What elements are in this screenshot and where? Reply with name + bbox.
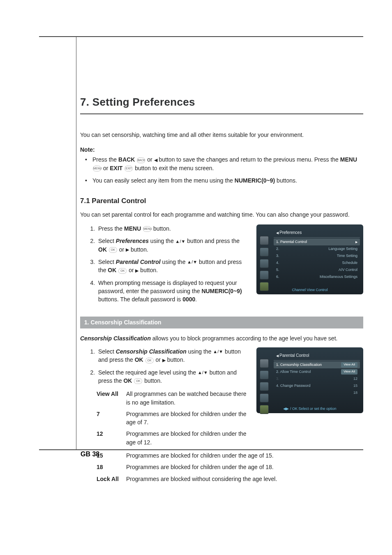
- text: buttons. The default password is: [98, 296, 182, 303]
- scr-menu-item: 5. A/V Control: [274, 266, 360, 273]
- text: Select the required age level using the: [98, 369, 198, 376]
- text: button.: [129, 246, 148, 253]
- cc-screenshot-col: Parental Control 1. Censorship Classific…: [256, 347, 363, 450]
- text: using the: [161, 259, 187, 265]
- scr-value: View All: [341, 362, 357, 368]
- term: View All: [97, 390, 126, 407]
- text: buttons.: [275, 177, 297, 184]
- scr-menu-item: 6. Miscellaneous Settings: [274, 273, 360, 280]
- text: Select: [98, 238, 116, 244]
- scr-item-label: Time Setting: [337, 253, 357, 259]
- scr-divider: [274, 360, 360, 361]
- step-4: When prompting message is displayed to r…: [97, 279, 249, 304]
- cc-layout: Select Censorship Classification using t…: [80, 347, 363, 450]
- right-arrow-icon: ▶: [126, 247, 129, 253]
- menu-icon: MENU: [143, 226, 151, 232]
- table-row: View AllAll programmes can be watched be…: [97, 390, 249, 407]
- desc: Programmes are blocked for children unde…: [126, 451, 363, 460]
- scr-tab-icon: [260, 393, 269, 402]
- text: You can easily select any item from the …: [92, 177, 235, 184]
- ui-screenshot-parental: Parental Control 1. Censorship Classific…: [256, 347, 363, 413]
- scr-item-label: A/V Control: [339, 267, 357, 273]
- definition-table: View AllAll programmes can be watched be…: [97, 390, 249, 446]
- scr-tab-icon: [260, 259, 269, 268]
- scr-menu-list: 1. Parental Control 2. Language Setting …: [274, 238, 360, 280]
- intro-text: You can set censorship, watching time an…: [80, 131, 363, 139]
- preferences-label: Preferences: [116, 238, 149, 244]
- screenshot-col: Preferences 1. Parental Control 2. Langu…: [256, 224, 363, 308]
- right-arrow-icon: ▶: [162, 357, 166, 364]
- scr-item-label: Change Password: [280, 384, 311, 388]
- text: using the: [187, 348, 213, 355]
- cc-strong: Censorship Classification: [80, 335, 151, 342]
- cc-step-1: Select Censorship Classification using t…: [97, 347, 249, 364]
- up-down-arrow-icon: ▲/▼: [175, 238, 186, 245]
- steps-col: Press the MENU MENU button. Select Prefe…: [80, 224, 249, 308]
- menu-label: MENU: [340, 156, 357, 163]
- exit-icon: EXIT: [125, 166, 133, 171]
- text: Select: [98, 259, 116, 265]
- scr-tab-icon: [260, 247, 269, 257]
- title-rule: [80, 113, 363, 114]
- scr-tab-icon: [260, 359, 269, 368]
- text: or: [101, 165, 110, 171]
- scr-menu-item: 18: [274, 389, 360, 396]
- section-desc: You can set parental control for each pr…: [80, 210, 363, 219]
- up-down-arrow-icon: ▲/▼: [187, 259, 197, 266]
- text: button to exit the menu screen.: [133, 165, 214, 171]
- scr-item-label: Allow Time Control: [280, 370, 311, 374]
- scr-tab-icon: [260, 271, 269, 280]
- scr-footer: ◀▶ / OK Select or set the option: [256, 406, 363, 412]
- term: 12: [97, 430, 126, 446]
- scr-item-label: Miscellaneous Settings: [320, 274, 357, 280]
- exit-label: EXIT: [110, 165, 122, 171]
- step-2: Select Preferences using the ▲/▼ button …: [97, 237, 249, 254]
- scr-menu-item: 4. Schedule: [274, 259, 360, 266]
- page-number: GB 38: [81, 451, 99, 458]
- scr-header: Parental Control: [274, 352, 360, 360]
- desc: Programmes are blocked for children unde…: [126, 463, 363, 471]
- text: allows you to block programmes according…: [151, 335, 337, 342]
- default-password: 0000: [182, 296, 195, 303]
- table-row: 15Programmes are blocked for children un…: [97, 451, 363, 460]
- ok-icon: OK: [118, 268, 127, 274]
- scr-menu-item: 1. Parental Control: [274, 238, 360, 245]
- text: button.: [138, 267, 158, 273]
- steps-list: Press the MENU MENU button. Select Prefe…: [80, 224, 249, 303]
- note-label: Note:: [80, 146, 363, 154]
- section-heading: 7.1 Parental Control: [80, 196, 363, 206]
- scr-menu-item: 3. Time Setting: [274, 252, 360, 259]
- desc: Programmes are blocked for children unde…: [126, 430, 249, 446]
- step-3: Select Parental Control using the ▲/▼ bu…: [97, 258, 249, 275]
- term: 18: [97, 463, 126, 471]
- document-page: 7. Setting Preferences You can set censo…: [0, 0, 392, 555]
- ok-label: OK: [135, 356, 143, 363]
- scr-footer: Channel View Control: [256, 287, 363, 293]
- term: 15: [97, 451, 126, 460]
- text: button.: [143, 377, 162, 384]
- section1-layout: Press the MENU MENU button. Select Prefe…: [80, 224, 363, 308]
- up-down-arrow-icon: ▲/▼: [213, 349, 223, 355]
- left-arrow-icon: ◀: [154, 157, 157, 164]
- ui-screenshot-preferences: Preferences 1. Parental Control 2. Langu…: [256, 224, 363, 294]
- scr-item-label: Language Setting: [328, 246, 357, 252]
- chapter-title: 7. Setting Preferences: [80, 95, 363, 110]
- scr-option: 12: [350, 376, 357, 382]
- text: or: [118, 246, 126, 253]
- scr-menu-list: 1. Censorship ClassificationView All 2. …: [274, 361, 360, 396]
- up-down-arrow-icon: ▲/▼: [198, 370, 208, 376]
- step-1: Press the MENU MENU button.: [97, 224, 249, 233]
- ok-label: OK: [123, 377, 132, 384]
- scr-sidebar: [260, 236, 269, 291]
- text: or: [154, 356, 162, 363]
- text: button to save the changes and return to…: [159, 156, 340, 163]
- scr-tab-icon: [260, 370, 269, 379]
- bottom-rule: [39, 449, 363, 450]
- text: .: [195, 296, 197, 303]
- text: button.: [166, 356, 185, 363]
- cc-desc: Censorship Classification allows you to …: [80, 334, 363, 342]
- right-arrow-icon: [355, 239, 357, 245]
- scr-item-label: Schedule: [342, 260, 357, 266]
- text: using the: [149, 238, 175, 244]
- left-rule: [76, 36, 76, 449]
